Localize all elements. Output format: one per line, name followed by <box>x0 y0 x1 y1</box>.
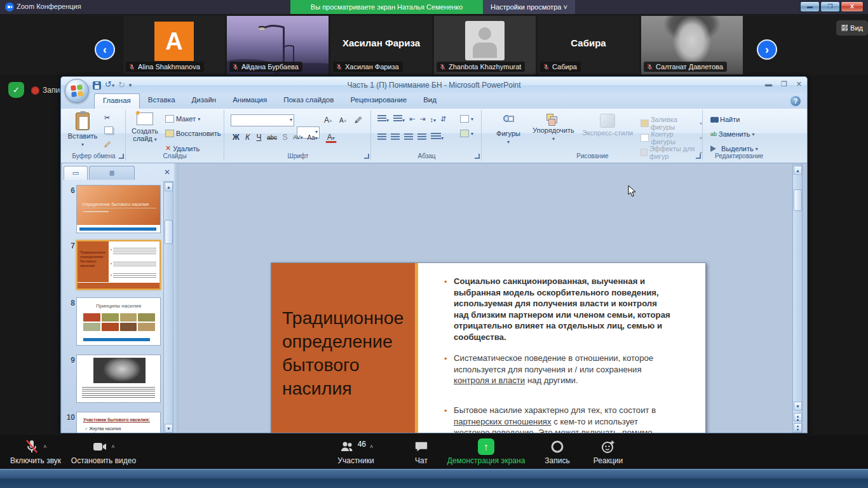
shrink-font-button[interactable]: A˅ <box>337 114 348 126</box>
scroll-up-icon[interactable]: ▲ <box>794 166 802 175</box>
participant-tile[interactable]: Хасилан Фариза Хасилан Фариза <box>330 16 432 74</box>
underline-button[interactable]: Ч <box>254 132 264 143</box>
view-button[interactable]: Вид <box>836 20 868 36</box>
change-case-button[interactable]: Aa▾ <box>305 132 319 143</box>
reset-button[interactable]: Восстановить <box>165 130 220 137</box>
view-settings-dropdown[interactable]: Настройки просмотра ˅ <box>483 0 575 14</box>
tab-animatsiya[interactable]: Анимация <box>224 93 275 109</box>
slide-area-scrollbar[interactable]: ▲ ▼ ▲▲ ▼▼ <box>792 165 803 433</box>
align-left-icon[interactable] <box>377 133 386 140</box>
char-spacing-button[interactable]: AV▾ <box>291 132 304 143</box>
participant-tile[interactable]: Сабира Сабира <box>538 16 639 74</box>
chevron-left-icon[interactable]: ‹ <box>95 39 115 60</box>
italic-button[interactable]: К <box>242 132 253 143</box>
line-spacing-icon[interactable]: ↕▾ <box>430 116 436 123</box>
new-slide-button[interactable]: Создать слайд ▾ <box>127 112 163 142</box>
select-button[interactable]: Выделить▾ <box>710 145 758 152</box>
pane-scrollbar[interactable]: ▲ ▼ <box>163 181 173 433</box>
redo-icon[interactable]: ↻ <box>118 81 125 90</box>
close-button[interactable]: X <box>841 1 864 12</box>
layout-button[interactable]: Макет▾ <box>165 115 200 123</box>
tab-glavnaya[interactable]: Главная <box>94 93 140 109</box>
save-icon[interactable] <box>93 81 101 90</box>
ppt-restore-button[interactable]: ❐ <box>781 80 787 88</box>
participant-tile[interactable]: Zhanbota Khazhymurat <box>434 16 536 74</box>
grow-font-button[interactable]: A˄ <box>322 114 334 126</box>
align-center-icon[interactable] <box>391 133 400 140</box>
scroll-down-icon[interactable]: ▼ <box>794 402 802 410</box>
unmute-button[interactable]: ˄ Включить звук <box>4 438 67 465</box>
pane-scrollbar-thumb[interactable] <box>165 220 173 244</box>
participant-tile[interactable]: Айдана Бурбаева <box>227 16 329 74</box>
bold-button[interactable]: Ж <box>231 132 241 143</box>
font-name-combo[interactable] <box>231 114 294 126</box>
slide-thumbnail-9[interactable] <box>76 355 161 403</box>
scroll-up-icon[interactable]: ▲ <box>165 182 173 191</box>
ppt-minimize-button[interactable]: ▬ <box>765 80 772 88</box>
replace-button[interactable]: abЗаменить▾ <box>710 130 754 138</box>
tab-retsenzirovanie[interactable]: Рецензирование <box>342 93 415 109</box>
align-text-button[interactable]: ▾ <box>460 115 473 123</box>
slide-thumbnail-10[interactable]: Участники бытового насилия: ✓Жертва наси… <box>76 412 161 433</box>
chevron-up-icon[interactable]: ˄ <box>370 444 373 450</box>
office-button[interactable] <box>65 79 89 103</box>
decrease-indent-icon[interactable]: ⇤ <box>409 115 415 123</box>
clear-format-button[interactable]: 🖉 <box>353 114 364 126</box>
chevron-up-icon[interactable]: ˄ <box>43 444 46 450</box>
previous-slide-button[interactable]: ▲▲ <box>794 413 802 421</box>
format-painter-button[interactable]: 🖉 <box>104 140 111 148</box>
next-slide-button[interactable]: ▼▼ <box>794 423 802 431</box>
dialog-launcher-icon[interactable] <box>475 154 480 159</box>
find-button[interactable]: Найти <box>710 116 740 123</box>
slide-canvas[interactable]: DOMESTIC ABUSE PROJECT Традиционное опре… <box>271 262 706 433</box>
paste-button[interactable]: Вставить▾ <box>66 112 99 147</box>
pane-splitter[interactable] <box>174 163 179 433</box>
participants-button[interactable]: 46 ˄ Участники <box>321 438 391 465</box>
undo-icon[interactable]: ↺▾ <box>105 80 114 90</box>
restore-button[interactable]: ❐ <box>820 1 840 12</box>
align-right-icon[interactable] <box>404 133 413 140</box>
reactions-button[interactable]: Реакции <box>583 438 633 465</box>
numbering-icon[interactable]: ▾ <box>393 115 405 123</box>
help-icon[interactable]: ? <box>790 96 801 106</box>
tab-pokaz-slaydov[interactable]: Показ слайдов <box>275 93 342 109</box>
minimize-button[interactable]: ▬ <box>800 1 820 12</box>
strikethrough-button[interactable]: abc <box>265 132 279 143</box>
smartart-convert-button[interactable]: ▾ <box>460 130 473 137</box>
arrange-button[interactable]: Упорядочить▾ <box>529 112 578 142</box>
outline-tab[interactable]: ≣ <box>89 166 135 180</box>
tab-vid[interactable]: Вид <box>415 93 445 109</box>
participant-tile[interactable]: A Alina Shakhmanova <box>123 16 225 74</box>
slide-thumbnail-7-selected[interactable]: Традиционное определение бытового насили… <box>76 240 161 290</box>
quick-styles-button[interactable]: Экспресс-стили <box>580 112 635 137</box>
font-color-button[interactable]: А▾ <box>325 132 337 143</box>
text-direction-icon[interactable]: ⇵ <box>440 115 446 123</box>
shape-outline-button[interactable]: Контур фигуры▾ <box>641 130 702 146</box>
bullets-icon[interactable]: ▾ <box>377 115 389 123</box>
justify-icon[interactable] <box>417 133 426 140</box>
chat-button[interactable]: Чат <box>402 438 440 465</box>
qat-customize-icon[interactable]: ▾ <box>129 81 132 90</box>
tab-dizayn[interactable]: Дизайн <box>184 93 225 109</box>
chevron-right-icon[interactable]: › <box>757 39 777 60</box>
increase-indent-icon[interactable]: ⇥ <box>419 115 425 123</box>
stop-video-button[interactable]: ˄ Остановить видео <box>69 438 139 465</box>
record-button[interactable]: Запись <box>537 438 578 465</box>
scroll-down-icon[interactable]: ▼ <box>165 424 173 433</box>
chevron-up-icon[interactable]: ˄ <box>111 444 114 450</box>
scrollbar-thumb[interactable] <box>794 189 802 211</box>
dialog-launcher-icon[interactable] <box>696 154 701 159</box>
slide-thumbnail-8[interactable]: Принципы насилия <box>76 297 161 346</box>
close-pane-icon[interactable]: ✕ <box>164 168 170 177</box>
slides-tab[interactable]: ▭ <box>64 166 88 180</box>
shape-fill-button[interactable]: Заливка фигуры▾ <box>641 116 702 131</box>
ppt-close-button[interactable]: ✕ <box>796 80 802 88</box>
dialog-launcher-icon[interactable] <box>119 154 124 159</box>
shadow-button[interactable]: S <box>280 132 290 143</box>
share-screen-button[interactable]: ↑ Демонстрация экрана <box>445 438 527 465</box>
shapes-button[interactable]: Фигуры▾ <box>492 112 525 145</box>
columns-icon[interactable]: ▾ <box>431 133 444 141</box>
copy-button[interactable] <box>104 126 113 134</box>
cut-button[interactable]: ✂ <box>104 114 110 122</box>
participant-tile[interactable]: ♥ Салтанат Давлетова <box>641 16 743 74</box>
